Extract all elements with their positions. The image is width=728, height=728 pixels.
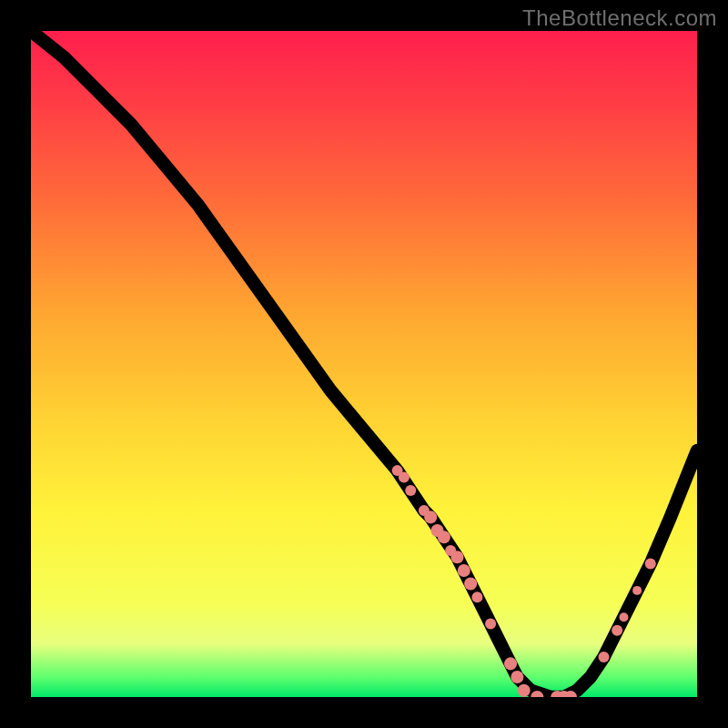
highlight-dot [405,485,416,496]
highlight-dot [645,559,656,570]
watermark-label: TheBottleneck.com [522,5,717,31]
highlight-dot [485,618,496,629]
highlight-dot [438,531,450,543]
highlight-dot [632,586,642,595]
highlight-dot [464,578,477,591]
highlight-dots [392,465,656,697]
highlight-dot [620,612,629,622]
curve-layer [31,31,697,697]
bottleneck-curve [31,31,697,697]
highlight-dot [399,471,410,482]
highlight-dot [458,564,470,577]
chart-frame: TheBottleneck.com [0,0,728,728]
highlight-dot [504,657,517,670]
highlight-dot [450,551,463,563]
highlight-dot [424,511,437,523]
highlight-dot [511,671,523,683]
highlight-dot [471,592,482,602]
highlight-dot [599,652,610,662]
plot-area [31,31,697,697]
highlight-dot [612,625,622,636]
highlight-dot [518,684,531,697]
